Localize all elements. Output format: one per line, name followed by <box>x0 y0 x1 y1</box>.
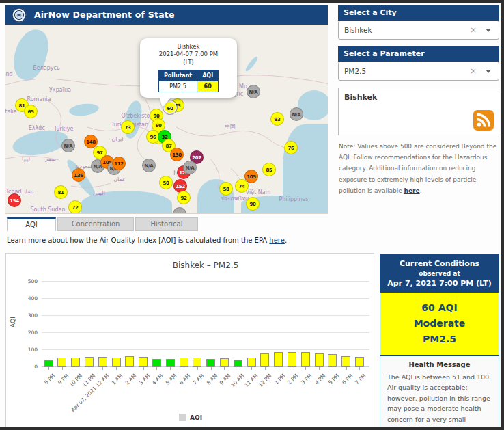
aqi-bar[interactable] <box>206 359 215 367</box>
aqi-bar[interactable] <box>98 357 107 367</box>
popup-pointer <box>159 97 171 107</box>
map-country-label: عمان <box>113 176 126 183</box>
observed-datetime: Apr 7, 2021 7:00 PM (LT) <box>383 279 496 288</box>
aqi-bar[interactable] <box>85 357 94 368</box>
aqi-bar[interactable] <box>180 358 188 367</box>
aqi-bar[interactable] <box>247 358 256 367</box>
rss-icon[interactable] <box>473 110 494 131</box>
aqi-station-marker[interactable]: N/A <box>61 139 75 152</box>
x-axis-tick <box>102 367 103 370</box>
aqi-station-marker[interactable]: 112 <box>112 157 126 170</box>
aqi-station-marker[interactable]: 154 <box>8 193 21 207</box>
aqi-map[interactable]: БеларусьlandУкраїнаRomaniataliaΕλλάςTürk… <box>5 25 328 214</box>
gridline <box>42 298 369 299</box>
legend-swatch <box>179 414 186 421</box>
x-axis-tick <box>333 367 333 370</box>
note-text-end: . <box>420 187 422 194</box>
aqi-bar[interactable] <box>71 358 80 367</box>
parameter-caret-icon[interactable] <box>486 70 491 73</box>
window-edge-bottom <box>0 427 504 430</box>
aqi-bar[interactable] <box>341 356 350 367</box>
tab-concentration[interactable]: Concentration <box>57 217 134 231</box>
map-country-label: Ελλάς <box>29 125 46 131</box>
aqi-bar[interactable] <box>220 358 229 367</box>
aqi-bar[interactable] <box>193 358 201 367</box>
aqi-bar[interactable] <box>274 352 283 367</box>
aqi-station-marker[interactable]: 76 <box>284 141 298 154</box>
map-country-label: Türkiye <box>54 126 74 132</box>
aqi-bar[interactable] <box>125 356 134 367</box>
aqi-bar[interactable] <box>328 354 337 367</box>
x-axis-tick <box>305 367 306 370</box>
health-message-section: Health Message The AQI is between 51 and… <box>380 356 499 430</box>
aqi-bar[interactable] <box>166 359 175 367</box>
parameter-clear-icon[interactable]: × <box>470 62 477 80</box>
aqi-bar[interactable] <box>152 359 161 368</box>
health-message-title: Health Message <box>387 361 492 368</box>
aqi-station-marker[interactable]: N/A <box>247 85 260 98</box>
x-axis-tick <box>184 367 184 370</box>
map-country-label: Мо <box>239 83 247 90</box>
learn-more-here-link[interactable]: here <box>269 237 285 244</box>
popup-col-pollutant: Pollutant <box>158 70 197 81</box>
aqi-station-marker[interactable]: 93 <box>270 112 284 126</box>
chart-title: Bishkek – PM2.5 <box>42 260 369 270</box>
tab-aqi[interactable]: AQI <box>7 217 56 231</box>
aqi-station-marker[interactable]: 58 <box>219 182 233 196</box>
x-axis-tick <box>251 367 252 370</box>
y-axis-tick-label: 300 <box>17 312 38 319</box>
aqi-bar[interactable] <box>260 353 269 368</box>
popup-city: Bishkek <box>144 43 233 51</box>
note-here-link[interactable]: here <box>404 187 420 194</box>
x-axis-tick <box>292 367 292 370</box>
aqi-station-marker[interactable]: N/A <box>290 107 303 121</box>
aqi-station-marker[interactable]: 72 <box>68 200 82 214</box>
aqi-bar[interactable] <box>112 358 121 368</box>
aqi-station-marker[interactable]: 85 <box>262 163 276 176</box>
aqi-bar[interactable] <box>355 357 364 367</box>
city-caret-icon[interactable] <box>486 29 491 32</box>
aqi-station-marker[interactable]: N/A <box>183 161 197 174</box>
aqi-station-marker[interactable]: N/A <box>142 159 156 172</box>
aqi-bar[interactable] <box>301 352 310 368</box>
department-of-state-seal-icon <box>12 8 27 23</box>
city-select[interactable]: Bishkek × <box>338 21 499 40</box>
x-axis-tick <box>359 367 360 370</box>
aqi-station-marker[interactable]: 90 <box>246 197 260 211</box>
x-axis-tick <box>143 367 144 370</box>
learn-more-text: Learn more about how the Air Quality Ind… <box>7 237 287 244</box>
aqi-station-marker[interactable]: 81 <box>54 185 68 199</box>
aqi-station-marker[interactable]: 50 <box>159 176 173 189</box>
aqi-bar[interactable] <box>288 352 296 368</box>
x-axis-tick <box>156 367 157 370</box>
city-feed-box: Bishkek <box>338 88 499 135</box>
aqi-station-marker[interactable]: 130 <box>170 148 184 161</box>
aqi-bar[interactable] <box>44 360 53 368</box>
aqi-bar[interactable] <box>57 358 66 368</box>
aqi-bar[interactable] <box>139 357 148 367</box>
aqi-station-marker[interactable]: 65 <box>24 105 38 118</box>
tab-historical[interactable]: Historical <box>135 217 198 231</box>
x-axis-tick <box>279 367 279 370</box>
x-axis-tick <box>89 367 89 370</box>
popup-pollutant-value: PM2.5 <box>158 81 197 92</box>
aqi-bar[interactable] <box>234 360 242 368</box>
map-panel-header: AirNow Department of State <box>5 5 328 25</box>
parameter-select[interactable]: PM2.5 × <box>338 62 499 81</box>
map-country-label: ايران <box>112 136 124 142</box>
legend-label: AQI <box>190 414 202 421</box>
popup-aqi-value: 60 <box>197 81 219 92</box>
map-country-label: Philippines <box>279 196 308 202</box>
feed-city-name: Bishkek <box>344 93 377 102</box>
aqi-station-marker[interactable]: 73 <box>121 120 135 134</box>
aqi-station-marker[interactable]: 136 <box>72 168 85 182</box>
window-edge-top <box>0 0 504 3</box>
aqi-station-marker[interactable]: 74 <box>235 179 249 193</box>
aqi-station-marker[interactable]: 92 <box>177 191 191 204</box>
map-country-label: O'zbekiston <box>122 113 154 119</box>
x-axis-tick <box>62 367 63 370</box>
city-clear-icon[interactable]: × <box>470 21 477 39</box>
aqi-bar[interactable] <box>315 353 324 367</box>
map-country-label: land <box>5 71 13 77</box>
x-axis-tick <box>130 367 130 370</box>
